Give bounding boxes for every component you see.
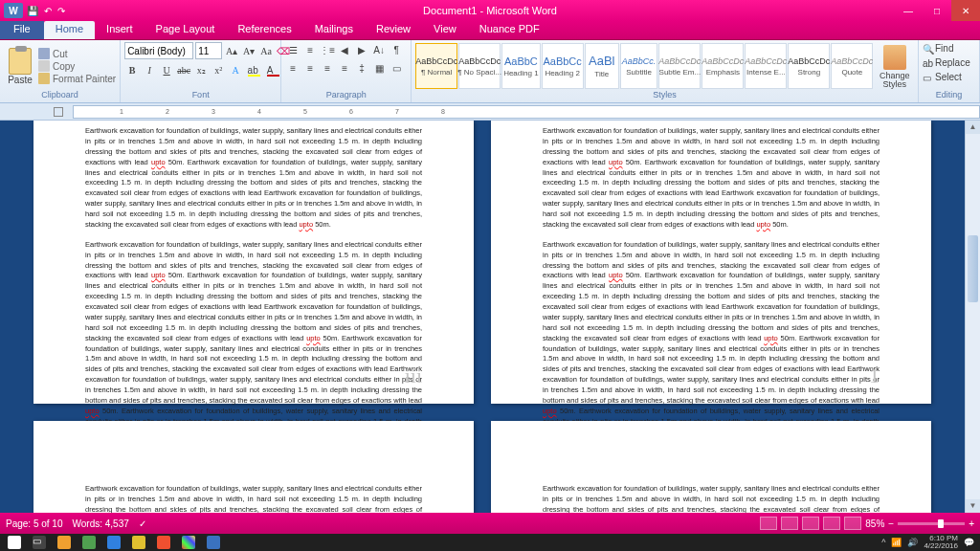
zoom-out-button[interactable]: − (888, 518, 894, 529)
highlight-button[interactable]: ab (245, 62, 260, 77)
scissors-icon (38, 48, 50, 59)
subscript-button[interactable]: x₂ (193, 62, 209, 77)
font-name-select[interactable] (124, 42, 193, 59)
page-indicator[interactable]: Page: 5 of 10 (6, 518, 63, 529)
style-item--no-spaci-[interactable]: AaBbCcDc¶ No Spaci... (458, 43, 501, 89)
borders-button[interactable]: ▭ (389, 60, 404, 76)
start-button[interactable]: ⊞ (2, 535, 27, 550)
style-item-quote[interactable]: AaBbCcDcQuote (831, 43, 873, 89)
shading-button[interactable]: ▦ (371, 60, 387, 76)
taskbar-app[interactable] (52, 535, 77, 550)
scroll-up-arrow[interactable]: ▲ (966, 121, 980, 134)
taskbar-app[interactable] (176, 535, 201, 550)
scroll-down-arrow[interactable]: ▼ (966, 499, 980, 513)
paste-button[interactable]: Paste (4, 48, 36, 85)
style-item-strong[interactable]: AaBbCcDcStrong (788, 43, 830, 89)
style-item-heading-1[interactable]: AaBbCHeading 1 (501, 43, 540, 89)
page-right-bottom: Earthwork excavation for foundation of b… (491, 421, 931, 513)
find-button[interactable]: 🔍Find (923, 42, 953, 55)
print-layout-view-button[interactable] (760, 517, 777, 530)
outline-view-button[interactable] (823, 517, 840, 530)
align-left-button[interactable]: ≡ (285, 60, 301, 76)
style-item--normal[interactable]: AaBbCcDc¶ Normal (415, 43, 457, 89)
taskbar-app[interactable] (77, 535, 101, 550)
tab-references[interactable]: References (226, 21, 302, 39)
style-item-heading-2[interactable]: AaBbCcHeading 2 (542, 43, 584, 89)
align-right-button[interactable]: ≡ (320, 60, 335, 76)
tab-view[interactable]: View (422, 21, 468, 39)
volume-icon[interactable]: 🔊 (907, 538, 918, 547)
style-item-subtitle[interactable]: AaBbCc.Subtitle (620, 43, 658, 89)
taskbar-app[interactable] (151, 535, 176, 550)
vertical-scrollbar[interactable]: ▲ ▼ (965, 121, 980, 513)
style-item-title[interactable]: AaBlTitle (585, 43, 619, 89)
taskbar-app[interactable] (126, 535, 151, 550)
shrink-font-button[interactable]: A▾ (241, 43, 256, 58)
numbering-button[interactable]: ≡ (302, 42, 318, 57)
draft-view-button[interactable] (844, 517, 861, 530)
style-item-subtle-em-[interactable]: AaBbCcDcSubtle Em... (658, 43, 701, 89)
scrollbar-thumb[interactable] (968, 235, 978, 302)
select-button[interactable]: ▭Select (923, 71, 962, 83)
change-styles-button[interactable]: Change Styles (875, 43, 914, 89)
minimize-button[interactable]: — (894, 0, 923, 21)
file-tab[interactable]: File (0, 21, 44, 39)
align-center-button[interactable]: ≡ (302, 60, 318, 76)
sort-button[interactable]: A↓ (371, 42, 387, 57)
change-case-button[interactable]: Aa (258, 43, 274, 58)
network-icon[interactable]: 📶 (891, 538, 902, 547)
close-button[interactable]: ✕ (951, 0, 980, 21)
taskbar-app[interactable] (201, 535, 226, 550)
italic-button[interactable]: I (142, 62, 157, 77)
style-gallery[interactable]: AaBbCcDc¶ NormalAaBbCcDc¶ No Spaci...AaB… (415, 43, 873, 89)
zoom-level[interactable]: 85% (865, 518, 884, 529)
zoom-slider[interactable] (898, 522, 965, 525)
format-painter-button[interactable]: Format Painter (38, 73, 116, 84)
justify-button[interactable]: ≡ (337, 60, 352, 76)
font-color-button[interactable]: A (262, 62, 278, 77)
bullets-button[interactable]: ☰ (285, 42, 301, 57)
web-layout-view-button[interactable] (802, 517, 819, 530)
tab-page-layout[interactable]: Page Layout (145, 21, 227, 39)
show-marks-button[interactable]: ¶ (389, 42, 404, 57)
save-icon[interactable]: 💾 (27, 6, 38, 16)
maximize-button[interactable]: □ (923, 0, 951, 21)
redo-icon[interactable]: ↷ (57, 6, 65, 16)
tab-mailings[interactable]: Mailings (303, 21, 365, 39)
multilevel-button[interactable]: ⋮≡ (320, 42, 335, 57)
tab-home[interactable]: Home (44, 21, 95, 39)
decrease-indent-button[interactable]: ◀ (337, 42, 352, 57)
zoom-in-button[interactable]: + (969, 518, 974, 529)
line-spacing-button[interactable]: ‡ (354, 60, 369, 76)
underline-button[interactable]: U (159, 62, 174, 77)
page-number: iii (405, 364, 422, 388)
undo-icon[interactable]: ↶ (44, 6, 52, 16)
system-tray[interactable]: ^ 📶 🔊 6:10 PM4/22/2016 💬 (881, 535, 978, 550)
document-area[interactable]: Earthwork excavation for foundation of b… (0, 121, 965, 513)
cut-button[interactable]: Cut (38, 48, 116, 59)
copy-button[interactable]: Copy (38, 60, 116, 72)
grow-font-button[interactable]: A▴ (224, 43, 239, 58)
task-view-button[interactable]: ▭ (27, 535, 52, 550)
tab-nuance-pdf[interactable]: Nuance PDF (468, 21, 551, 39)
tab-insert[interactable]: Insert (95, 21, 145, 39)
fullscreen-view-button[interactable] (781, 517, 798, 530)
superscript-button[interactable]: x² (211, 62, 226, 77)
notifications-icon[interactable]: 💬 (964, 538, 974, 547)
increase-indent-button[interactable]: ▶ (354, 42, 369, 57)
word-count[interactable]: Words: 4,537 (73, 518, 129, 529)
tab-selector[interactable] (54, 107, 63, 117)
tab-review[interactable]: Review (365, 21, 422, 39)
font-size-select[interactable] (195, 42, 222, 59)
strikethrough-button[interactable]: abc (176, 62, 191, 77)
clock[interactable]: 6:10 PM4/22/2016 (924, 535, 958, 550)
replace-button[interactable]: abReplace (923, 56, 970, 69)
horizontal-ruler[interactable]: 12345678 (73, 105, 980, 119)
text-effects-button[interactable]: A (228, 62, 243, 77)
proofing-icon[interactable]: ✓ (139, 518, 146, 529)
bold-button[interactable]: B (124, 62, 140, 77)
taskbar-app[interactable] (101, 535, 126, 550)
style-item-emphasis[interactable]: AaBbCcDcEmphasis (702, 43, 744, 89)
style-item-intense-e-[interactable]: AaBbCcDcIntense E... (745, 43, 787, 89)
tray-chevron-icon[interactable]: ^ (881, 538, 885, 547)
